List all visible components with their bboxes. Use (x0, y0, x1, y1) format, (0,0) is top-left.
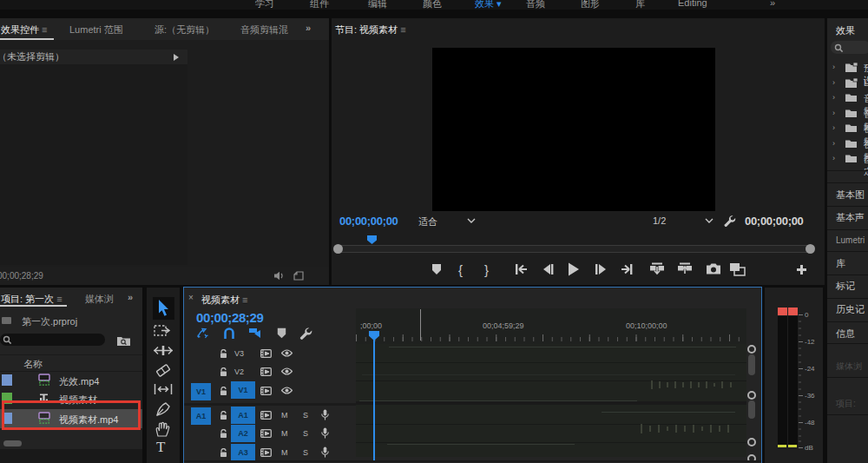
svg-text:}: } (484, 262, 489, 277)
svg-text:{: { (458, 262, 463, 277)
